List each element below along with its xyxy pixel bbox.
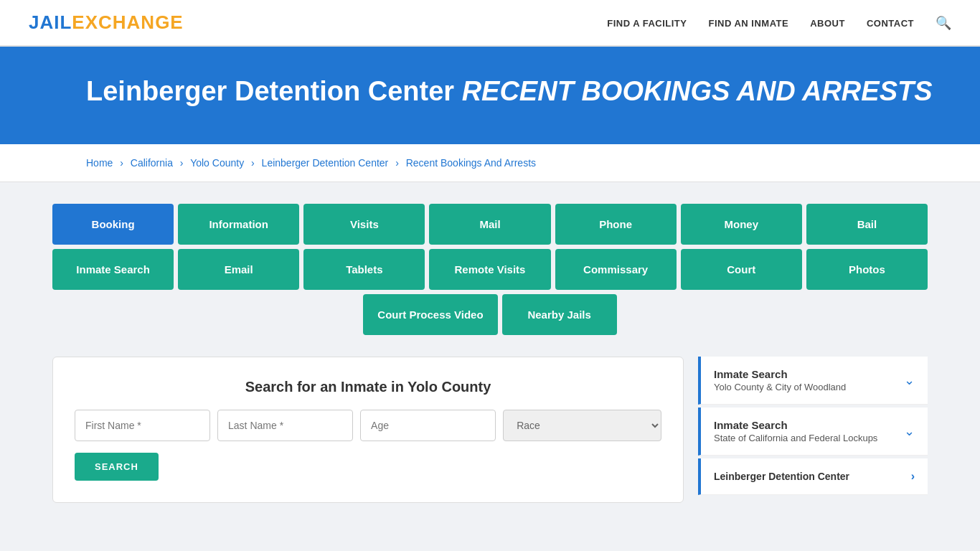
tab-row-3: Court Process Video Nearby Jails bbox=[52, 294, 928, 335]
breadcrumb-recent-bookings[interactable]: Recent Bookings And Arrests bbox=[406, 157, 536, 169]
tab-bail[interactable]: Bail bbox=[806, 204, 928, 245]
sidebar-item-inmate-search-california[interactable]: Inmate Search State of California and Fe… bbox=[698, 408, 928, 456]
chevron-right-icon: › bbox=[911, 470, 915, 483]
page-title: Leinberger Detention Center RECENT BOOKI… bbox=[86, 75, 951, 108]
first-name-input[interactable] bbox=[75, 410, 210, 441]
nav-links: FIND A FACILITY FIND AN INMATE ABOUT CON… bbox=[607, 15, 951, 31]
logo-jail: JAIL bbox=[29, 11, 72, 33]
search-icon[interactable]: 🔍 bbox=[936, 16, 951, 30]
tab-row-1: Booking Information Visits Mail Phone Mo… bbox=[52, 204, 928, 245]
nav-about[interactable]: ABOUT bbox=[810, 18, 845, 29]
nav-contact[interactable]: CONTACT bbox=[867, 18, 914, 29]
age-input[interactable] bbox=[360, 410, 496, 441]
inmate-search-box: Search for an Inmate in Yolo County Race… bbox=[52, 357, 684, 503]
nav-find-inmate[interactable]: FIND AN INMATE bbox=[708, 18, 788, 29]
logo-exchange: EXCHANGE bbox=[72, 11, 183, 33]
tab-court[interactable]: Court bbox=[681, 249, 802, 290]
tab-mail[interactable]: Mail bbox=[429, 204, 550, 245]
tab-photos[interactable]: Photos bbox=[806, 249, 928, 290]
sidebar-item-label-3: Leinberger Detention Center bbox=[714, 471, 849, 482]
sidebar-item-title-1: Inmate Search bbox=[714, 368, 846, 380]
lower-section: Search for an Inmate in Yolo County Race… bbox=[52, 357, 928, 503]
tab-money[interactable]: Money bbox=[681, 204, 802, 245]
breadcrumb-leinberger[interactable]: Leinberger Detention Center bbox=[262, 157, 389, 169]
tab-court-process-video[interactable]: Court Process Video bbox=[363, 294, 497, 335]
breadcrumb-california[interactable]: California bbox=[131, 157, 173, 169]
site-logo[interactable]: JAILEXCHANGE bbox=[29, 11, 184, 34]
hero-section: Leinberger Detention Center RECENT BOOKI… bbox=[0, 47, 980, 144]
last-name-input[interactable] bbox=[217, 410, 353, 441]
sidebar-item-subtitle-2: State of California and Federal Lockups bbox=[714, 433, 877, 443]
sidebar: Inmate Search Yolo County & City of Wood… bbox=[698, 357, 928, 498]
breadcrumb: Home › California › Yolo County › Leinbe… bbox=[0, 144, 980, 182]
breadcrumb-yolo-county[interactable]: Yolo County bbox=[190, 157, 244, 169]
nav-find-facility[interactable]: FIND A FACILITY bbox=[607, 18, 687, 29]
tab-nearby-jails[interactable]: Nearby Jails bbox=[502, 294, 617, 335]
tab-inmate-search[interactable]: Inmate Search bbox=[52, 249, 174, 290]
sidebar-item-leinberger[interactable]: Leinberger Detention Center › bbox=[698, 458, 928, 495]
search-button[interactable]: SEARCH bbox=[75, 453, 159, 481]
tab-remote-visits[interactable]: Remote Visits bbox=[429, 249, 550, 290]
tab-tablets[interactable]: Tablets bbox=[303, 249, 425, 290]
tab-commissary[interactable]: Commissary bbox=[555, 249, 677, 290]
race-select[interactable]: Race White Black Hispanic Asian Other bbox=[503, 410, 661, 441]
hero-title-main: Leinberger Detention Center bbox=[86, 76, 454, 106]
chevron-down-icon-2: ⌄ bbox=[904, 423, 915, 439]
tab-phone[interactable]: Phone bbox=[555, 204, 677, 245]
tab-email[interactable]: Email bbox=[178, 249, 299, 290]
tab-visits[interactable]: Visits bbox=[303, 204, 425, 245]
breadcrumb-home[interactable]: Home bbox=[86, 157, 113, 169]
tab-booking[interactable]: Booking bbox=[52, 204, 174, 245]
sidebar-item-inmate-search-yolo[interactable]: Inmate Search Yolo County & City of Wood… bbox=[698, 357, 928, 405]
tab-row-2: Inmate Search Email Tablets Remote Visit… bbox=[52, 249, 928, 290]
search-box-title: Search for an Inmate in Yolo County bbox=[75, 379, 661, 395]
sidebar-item-subtitle-1: Yolo County & City of Woodland bbox=[714, 382, 846, 392]
sidebar-item-title-2: Inmate Search bbox=[714, 419, 877, 431]
chevron-down-icon: ⌄ bbox=[904, 372, 915, 388]
hero-title-italic: RECENT BOOKINGS AND ARRESTS bbox=[462, 76, 933, 106]
search-fields: Race White Black Hispanic Asian Other bbox=[75, 410, 661, 441]
tab-information[interactable]: Information bbox=[178, 204, 299, 245]
navbar: JAILEXCHANGE FIND A FACILITY FIND AN INM… bbox=[0, 0, 980, 47]
main-content: Booking Information Visits Mail Phone Mo… bbox=[24, 182, 956, 524]
